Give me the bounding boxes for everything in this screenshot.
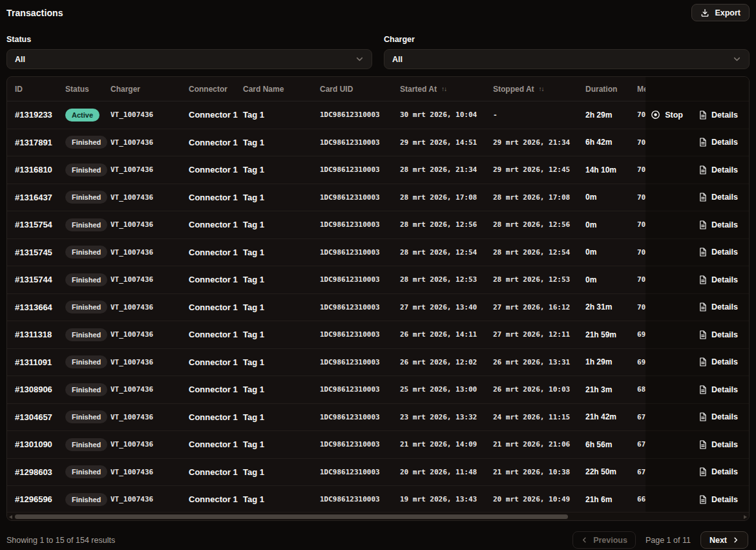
status-badge: Active [65,109,100,122]
status-badge: Finished [65,328,107,341]
stop-button[interactable]: Stop [651,110,683,120]
charger-cell: VT_1007436 [110,248,189,257]
details-button[interactable]: Details [698,412,738,421]
details-button[interactable]: Details [698,330,738,339]
export-button[interactable]: Export [691,4,750,21]
page-indicator: Page 1 of 11 [646,536,691,545]
sort-icon[interactable]: ↑↓ [539,85,544,92]
stopped-at-cell: - [493,111,585,119]
column-header-label: Charger [110,85,140,94]
connector-cell: Connector 1 [189,138,243,147]
details-button[interactable]: Details [698,248,738,257]
details-button[interactable]: Details [698,357,738,366]
card-uid-cell: 1DC98612310003 [320,440,400,449]
card-uid-cell: 1DC98612310003 [320,358,400,366]
started-at-cell: 23 mrt 2026, 13:32 [400,413,493,421]
previous-page-label: Previous [593,536,627,545]
status-badge: Finished [65,465,107,478]
status-cell: Finished [65,136,110,149]
connector-cell: Connector 1 [189,193,243,202]
column-header-card_name: Card Name [243,85,320,94]
next-page-label: Next [709,536,727,545]
column-header-status: Status [65,85,110,94]
column-header-started_at[interactable]: Started At↑↓ [400,85,493,94]
table-row: #1315754 Finished VT_1007436 Connector 1… [7,211,749,239]
document-icon [698,302,707,312]
sort-icon[interactable]: ↑↓ [441,85,446,92]
details-button[interactable]: Details [698,220,738,229]
document-icon [698,165,707,175]
charger-cell: VT_1007436 [110,385,189,394]
details-button[interactable]: Details [698,385,738,394]
details-button[interactable]: Details [698,495,738,504]
actions-row: Details [646,266,749,294]
table-row: #1296596 Finished VT_1007436 Connector 1… [7,486,749,514]
card-name-cell: Tag 1 [243,193,320,202]
card-name-cell: Tag 1 [243,385,320,394]
results-summary: Showing 1 to 15 of 154 results [6,536,115,545]
details-button[interactable]: Details [698,275,738,284]
table-row: #1313664 Finished VT_1007436 Connector 1… [7,294,749,322]
status-cell: Finished [65,493,110,506]
column-header-label: Stopped At [493,85,534,94]
horizontal-scrollbar[interactable] [7,512,749,520]
duration-cell: 0m [585,193,637,202]
column-header-label: ID [15,85,23,94]
details-button[interactable]: Details [698,138,738,147]
status-cell: Finished [65,465,110,478]
status-badge: Finished [65,218,107,231]
status-filter-label: Status [6,35,372,44]
details-button[interactable]: Details [698,467,738,476]
actions-row: Details [646,459,749,487]
table-row: #1316810 Finished VT_1007436 Connector 1… [7,156,749,184]
connector-cell: Connector 1 [189,110,243,120]
started-at-cell: 28 mrt 2026, 12:56 [400,220,493,229]
duration-cell: 0m [585,275,637,284]
column-header-card_uid: Card UID [320,85,400,94]
scrollbar-thumb[interactable] [15,514,568,519]
status-filter: Status All [6,35,372,69]
card-uid-cell: 1DC98612310003 [320,165,400,174]
pagination: Previous Page 1 of 11 Next [572,531,748,549]
chevron-down-icon [355,55,364,63]
next-page-button[interactable]: Next [700,531,748,549]
details-label: Details [711,220,738,229]
card-name-cell: Tag 1 [243,138,320,147]
card-name-cell: Tag 1 [243,467,320,477]
column-header-stopped_at[interactable]: Stopped At↑↓ [493,85,585,94]
charger-filter-select[interactable]: All [384,49,750,69]
connector-cell: Connector 1 [189,165,243,175]
charger-cell: VT_1007436 [110,358,189,366]
connector-cell: Connector 1 [189,412,243,422]
card-uid-cell: 1DC98612310003 [320,220,400,229]
connector-cell: Connector 1 [189,220,243,229]
details-button[interactable]: Details [698,302,738,312]
status-badge: Finished [65,164,107,176]
document-icon [698,467,707,476]
details-button[interactable]: Details [698,193,738,202]
document-icon [698,440,707,449]
started-at-cell: 29 mrt 2026, 14:51 [400,138,493,147]
charger-cell: VT_1007436 [110,413,189,421]
details-label: Details [711,248,738,257]
duration-cell: 22h 50m [585,467,637,476]
document-icon [698,495,707,504]
started-at-cell: 28 mrt 2026, 17:08 [400,193,493,202]
status-badge: Finished [65,493,107,506]
details-button[interactable]: Details [698,165,738,175]
previous-page-button[interactable]: Previous [572,531,636,549]
duration-cell: 21h 6m [585,495,637,504]
details-label: Details [711,275,738,284]
details-button[interactable]: Details [698,111,738,120]
stopped-at-cell: 28 mrt 2026, 12:53 [493,275,585,284]
started-at-cell: 26 mrt 2026, 12:02 [400,358,493,366]
connector-cell: Connector 1 [189,248,243,257]
scrollbar-right-arrow-icon[interactable] [744,515,747,519]
details-label: Details [711,357,738,366]
table-row: #1311318 Finished VT_1007436 Connector 1… [7,321,749,349]
document-icon [698,385,707,394]
details-button[interactable]: Details [698,440,738,449]
document-icon [698,330,707,339]
status-filter-select[interactable]: All [6,49,372,69]
scrollbar-left-arrow-icon[interactable] [9,515,12,519]
